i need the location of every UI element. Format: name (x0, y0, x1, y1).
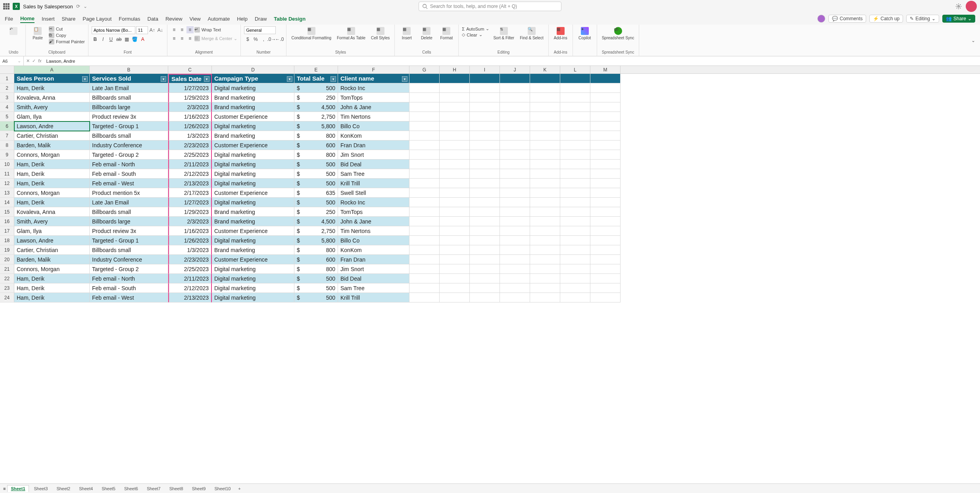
empty-cell[interactable] (440, 188, 470, 198)
delete-cells-button[interactable]: ▦Delete (418, 26, 435, 41)
cell[interactable]: $4,500 (294, 102, 338, 112)
number-format-select[interactable] (244, 26, 276, 34)
cell[interactable]: 1/27/2023 (168, 198, 212, 207)
sheet-tab-6[interactable]: Sheet6 (121, 485, 142, 492)
cell[interactable]: Brand marketing (212, 217, 294, 226)
table-header-cell[interactable]: Sales Person▾ (14, 74, 90, 83)
empty-cell[interactable] (530, 141, 560, 150)
empty-cell[interactable] (409, 207, 440, 217)
empty-cell[interactable] (560, 274, 590, 283)
cell[interactable]: Targeted - Group 2 (90, 264, 168, 274)
row-header[interactable]: 13 (0, 188, 14, 198)
empty-cell[interactable] (500, 121, 530, 131)
row-header[interactable]: 22 (0, 274, 14, 283)
cell[interactable]: 1/26/2023 (168, 121, 212, 131)
filter-dropdown-icon[interactable]: ▾ (161, 76, 166, 82)
row-header[interactable]: 19 (0, 245, 14, 255)
empty-cell[interactable] (470, 283, 500, 293)
editing-mode-button[interactable]: ✎Editing⌄ (906, 15, 939, 23)
row-header[interactable]: 11 (0, 169, 14, 179)
empty-cell[interactable] (530, 169, 560, 179)
empty-cell[interactable] (470, 274, 500, 283)
format-as-table-button[interactable]: ▦Format As Table (335, 26, 367, 41)
cell[interactable]: $500 (294, 160, 338, 169)
cell[interactable]: Connors, Morgan (14, 150, 90, 160)
cell[interactable]: Billboards large (90, 102, 168, 112)
comments-button[interactable]: 💬Comments (828, 15, 866, 23)
cell-styles-button[interactable]: ▦Cell Styles (369, 26, 391, 41)
empty-cell[interactable] (560, 245, 590, 255)
cell[interactable]: Ham, Derik (14, 160, 90, 169)
empty-cell[interactable] (590, 83, 621, 93)
cell[interactable]: Ham, Derik (14, 283, 90, 293)
cell[interactable]: $800 (294, 264, 338, 274)
cell[interactable]: KonKom (338, 131, 409, 141)
row-header[interactable]: 3 (0, 93, 14, 102)
sheet-tab-3[interactable]: Sheet2 (53, 485, 74, 492)
cell[interactable]: $635 (294, 188, 338, 198)
cell[interactable]: Digital marketing (212, 236, 294, 245)
cell[interactable]: Customer Experience (212, 226, 294, 236)
align-middle-button[interactable]: ≡ (179, 26, 186, 33)
empty-cell[interactable] (530, 245, 560, 255)
cell[interactable]: TomTops (338, 207, 409, 217)
empty-cell[interactable] (560, 283, 590, 293)
empty-cell[interactable] (500, 188, 530, 198)
cell[interactable]: Ham, Derik (14, 198, 90, 207)
cell[interactable]: Late Jan Email (90, 83, 168, 93)
empty-cell[interactable] (560, 217, 590, 226)
empty-cell[interactable] (470, 255, 500, 264)
empty-cell[interactable] (440, 102, 470, 112)
find-select-button[interactable]: 🔍Find & Select (518, 26, 545, 41)
fill-color-button[interactable]: 🪣 (131, 36, 138, 43)
tab-page-layout[interactable]: Page Layout (83, 15, 111, 23)
insert-cells-button[interactable]: ▦Insert (398, 26, 415, 41)
table-header-cell[interactable]: Client name▾ (338, 74, 409, 83)
empty-cell[interactable] (409, 217, 440, 226)
filter-dropdown-icon[interactable]: ▾ (402, 76, 407, 82)
empty-cell[interactable] (530, 160, 560, 169)
cell[interactable]: Smith, Avery (14, 217, 90, 226)
col-header-K[interactable]: K (530, 66, 560, 73)
empty-cell[interactable] (500, 83, 530, 93)
empty-cell[interactable] (530, 255, 560, 264)
cell[interactable]: Targeted - Group 1 (90, 236, 168, 245)
empty-cell[interactable] (530, 274, 560, 283)
empty-cell[interactable] (500, 150, 530, 160)
cell[interactable]: Brand marketing (212, 245, 294, 255)
font-size-select[interactable] (136, 26, 148, 34)
empty-cell[interactable] (470, 245, 500, 255)
cell[interactable]: TomTops (338, 93, 409, 102)
cell[interactable]: Product mention 5x (90, 188, 168, 198)
cell[interactable]: Jim Snort (338, 264, 409, 274)
cell[interactable]: 2/12/2023 (168, 283, 212, 293)
cell[interactable]: 2/25/2023 (168, 264, 212, 274)
name-box[interactable]: A6 ⌄ (0, 56, 24, 65)
cell[interactable]: Cartier, Christian (14, 131, 90, 141)
cell[interactable]: 1/26/2023 (168, 236, 212, 245)
filter-dropdown-icon[interactable]: ▾ (287, 76, 292, 82)
empty-cell[interactable] (530, 74, 560, 83)
empty-cell[interactable] (470, 74, 500, 83)
cell[interactable]: 1/16/2023 (168, 226, 212, 236)
empty-cell[interactable] (590, 169, 621, 179)
empty-cell[interactable] (530, 112, 560, 121)
empty-cell[interactable] (500, 74, 530, 83)
empty-cell[interactable] (530, 150, 560, 160)
empty-cell[interactable] (590, 274, 621, 283)
decrease-decimal-button[interactable]: ←.0 (276, 36, 283, 43)
increase-decimal-button[interactable]: .0→ (268, 36, 275, 43)
empty-cell[interactable] (500, 236, 530, 245)
cell[interactable]: John & Jane (338, 102, 409, 112)
empty-cell[interactable] (409, 74, 440, 83)
empty-cell[interactable] (530, 179, 560, 188)
cell[interactable]: 2/11/2023 (168, 274, 212, 283)
empty-cell[interactable] (590, 207, 621, 217)
empty-cell[interactable] (530, 226, 560, 236)
col-header-F[interactable]: F (338, 66, 409, 73)
cell[interactable]: $600 (294, 141, 338, 150)
row-header[interactable]: 24 (0, 293, 14, 302)
tab-review[interactable]: Review (165, 15, 183, 23)
row-header[interactable]: 12 (0, 179, 14, 188)
cell[interactable]: $4,500 (294, 217, 338, 226)
